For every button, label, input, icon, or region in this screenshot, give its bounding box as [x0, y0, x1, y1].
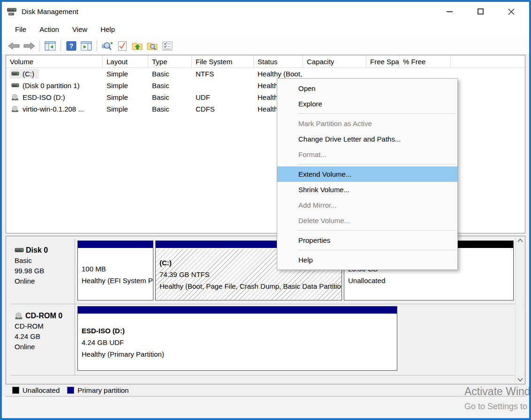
menu-separator [298, 250, 456, 250]
show-action-pane-button[interactable] [79, 39, 94, 53]
menu-separator [298, 113, 456, 114]
scroll-down-icon[interactable] [517, 378, 523, 382]
menu-item-properties[interactable]: Properties [277, 232, 457, 248]
menu-separator [298, 230, 456, 231]
column-header-percent-free[interactable]: % Free [399, 55, 451, 68]
console-tree-icon [45, 41, 56, 51]
disk-status: Online [15, 342, 73, 352]
action-pane-icon [81, 41, 92, 51]
svg-text:?: ? [69, 42, 74, 50]
minimize-icon [447, 11, 453, 12]
menu-item-help[interactable]: Help [277, 252, 457, 268]
window-title: Disk Management [22, 8, 78, 15]
disk-management-window: Disk Management File Action View Help [0, 0, 531, 420]
menu-file[interactable]: File [8, 22, 33, 36]
minimize-button[interactable] [446, 8, 453, 15]
partition-color-bar [78, 307, 397, 315]
context-menu: Open Explore Mark Partition as Active Ch… [277, 78, 458, 270]
back-button[interactable] [7, 39, 22, 53]
legend-primary-partition: Primary partition [67, 386, 129, 394]
forward-button[interactable] [22, 39, 37, 53]
help-button[interactable]: ? [64, 39, 79, 53]
checklist-icon [162, 41, 173, 51]
menu-separator [298, 164, 456, 165]
back-arrow-icon [8, 42, 20, 50]
close-icon [508, 8, 515, 15]
menu-item-mark-partition-active: Mark Partition as Active [277, 116, 457, 131]
forward-arrow-icon [23, 42, 35, 50]
column-header-file-system[interactable]: File System [192, 55, 254, 68]
hard-disk-icon [11, 83, 19, 89]
partition-efi-system[interactable]: 100 MB Healthy (EFI System Partition) [77, 240, 153, 300]
menu-item-delete-volume: Delete Volume... [277, 213, 457, 228]
cd-rom-icon [15, 313, 23, 320]
menu-action[interactable]: Action [33, 22, 66, 36]
column-header-capacity[interactable]: Capacity [303, 55, 366, 68]
folder-search-icon [147, 41, 158, 51]
primary-partition-swatch [67, 387, 74, 394]
folder-up-arrow-icon [132, 41, 143, 51]
disk-size: 99.98 GB [15, 266, 73, 276]
check-document-icon [118, 41, 127, 51]
column-header-type[interactable]: Type [148, 55, 192, 68]
column-header-status[interactable]: Status [254, 55, 303, 68]
rescan-disks-icon [101, 41, 114, 51]
disk-size: 4.24 GB [15, 331, 73, 342]
column-header-layout[interactable]: Layout [103, 55, 148, 68]
cdrom-0-info[interactable]: CD-ROM 0 CD-ROM 4.24 GB Online [11, 304, 75, 375]
column-header-volume[interactable]: Volume [6, 55, 103, 68]
toolbar-separator [39, 40, 40, 52]
toolbar-separator [61, 40, 61, 52]
disk-name: CD-ROM 0 [25, 311, 62, 321]
rescan-disks-button[interactable] [100, 39, 115, 53]
toolbar-separator [97, 40, 97, 52]
check-disk-button[interactable] [115, 39, 130, 53]
disk-type: Basic [15, 255, 73, 266]
cdrom-0-row: CD-ROM 0 CD-ROM 4.24 GB Online ESD-ISO (… [11, 304, 525, 375]
export-button[interactable] [130, 39, 145, 53]
hard-disk-icon [11, 71, 19, 77]
disk-status: Online [15, 276, 73, 286]
legend-bar: Unallocated Primary partition [6, 384, 525, 397]
partition-esd-iso[interactable]: ESD-ISO (D:) 4.24 GB UDF Healthy (Primar… [77, 306, 397, 371]
disk-type: CD-ROM [15, 321, 73, 331]
close-button[interactable] [508, 8, 515, 15]
menu-view[interactable]: View [66, 22, 94, 36]
title-bar: Disk Management [2, 2, 529, 21]
menu-item-open[interactable]: Open [277, 81, 457, 96]
disk-0-info[interactable]: Disk 0 Basic 99.98 GB Online [11, 239, 75, 304]
disk-management-app-icon [7, 7, 18, 16]
menu-item-add-mirror: Add Mirror... [277, 197, 457, 213]
help-icon: ? [66, 41, 76, 51]
unallocated-swatch [12, 387, 19, 394]
disk-name: Disk 0 [26, 245, 48, 255]
properties-list-button[interactable] [160, 39, 175, 53]
hard-disk-icon [15, 248, 24, 254]
menu-help[interactable]: Help [94, 22, 121, 36]
maximize-icon [478, 8, 484, 15]
menu-item-format: Format... [277, 147, 457, 162]
show-console-tree-button[interactable] [43, 39, 58, 53]
search-button[interactable] [145, 39, 160, 53]
scroll-up-icon[interactable] [517, 239, 523, 242]
cd-rom-icon [11, 106, 19, 112]
toolbar: ? [2, 37, 529, 55]
legend-unallocated: Unallocated [12, 386, 60, 394]
menu-item-shrink-volume[interactable]: Shrink Volume... [277, 182, 457, 197]
column-header-free-space[interactable]: Free Spa... [366, 55, 399, 68]
status-bar [2, 397, 529, 418]
cd-rom-icon [11, 94, 19, 101]
maximize-button[interactable] [477, 8, 484, 15]
menu-item-change-drive-letter[interactable]: Change Drive Letter and Paths... [277, 131, 457, 147]
menu-item-explore[interactable]: Explore [277, 96, 457, 112]
menu-item-extend-volume[interactable]: Extend Volume... [277, 166, 457, 182]
volume-list-header: Volume Layout Type File System Status Ca… [6, 55, 525, 68]
vertical-scrollbar[interactable] [515, 237, 524, 383]
menu-bar: File Action View Help [2, 21, 529, 37]
partition-color-bar [78, 241, 153, 249]
column-header-empty [451, 55, 525, 68]
volume-row-selection: (C:) [10, 69, 39, 79]
